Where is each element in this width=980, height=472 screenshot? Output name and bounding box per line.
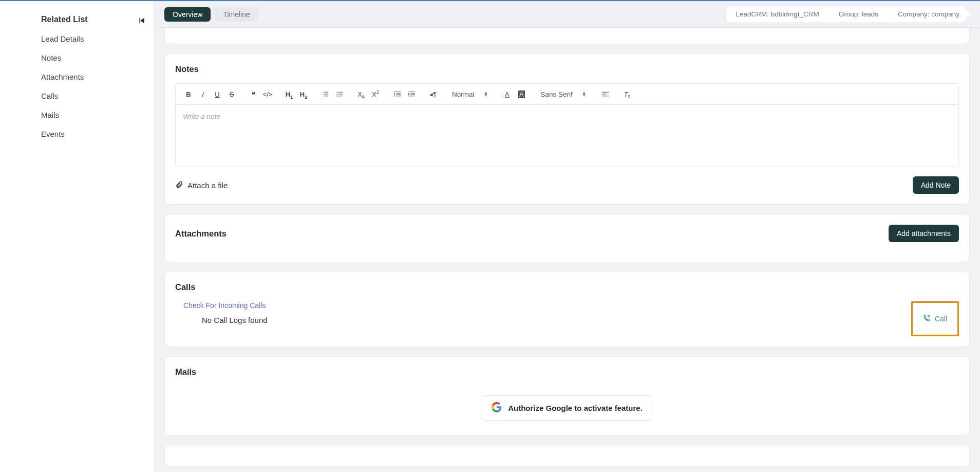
align-icon[interactable]	[599, 87, 612, 101]
sidebar-item-notes[interactable]: Notes	[0, 48, 154, 67]
attachments-card: Attachments Add attachments	[164, 214, 970, 262]
sidebar-item-label: Attachments	[41, 72, 84, 81]
calls-row: Check For Incoming Calls No Call Logs fo…	[175, 301, 959, 336]
sidebar: Related List Lead Details Notes Attachme…	[0, 1, 154, 472]
add-attachments-label: Add attachments	[897, 229, 951, 238]
outdent-icon[interactable]	[390, 87, 404, 101]
sidebar-item-label: Lead Details	[41, 34, 84, 43]
notes-title: Notes	[175, 64, 959, 74]
subscript-icon[interactable]: X2	[354, 87, 368, 101]
attach-file-button[interactable]: Attach a file	[175, 180, 228, 190]
calls-card: Calls Check For Incoming Calls No Call L…	[164, 271, 970, 347]
sidebar-item-events[interactable]: Events	[0, 124, 154, 143]
sidebar-title-label: Related List	[41, 15, 88, 24]
events-card-cutoff	[164, 445, 970, 466]
caret-icon: ▲▼	[484, 92, 488, 97]
unordered-list-icon[interactable]	[333, 87, 346, 101]
breadcrumb-company[interactable]: Company: company	[882, 6, 970, 22]
code-icon[interactable]: </>	[261, 87, 274, 101]
svg-rect-5	[338, 96, 342, 96]
sidebar-item-label: Events	[41, 130, 65, 138]
italic-icon[interactable]: I	[196, 87, 210, 101]
quote-icon[interactable]: ❝	[247, 87, 260, 101]
svg-rect-3	[338, 94, 342, 94]
authorize-google-button[interactable]: Authorize Google to activate feature.	[481, 395, 653, 421]
attachments-header: Attachments Add attachments	[175, 225, 959, 242]
editor-toolbar: B I U S ❝ </> H1 H2	[176, 84, 958, 105]
check-incoming-label: Check For Incoming Calls	[183, 301, 266, 310]
text-color-icon[interactable]: A	[500, 87, 514, 101]
note-textarea[interactable]: Write a note	[176, 105, 958, 167]
card-cutoff	[164, 28, 970, 44]
note-footer: Attach a file Add Note	[175, 176, 959, 194]
block-format-dropdown[interactable]: Normal ▲▼	[448, 90, 492, 98]
breadcrumb-label: Group: leads	[839, 10, 878, 18]
calls-title: Calls	[175, 282, 959, 292]
tab-overview[interactable]: Overview	[164, 7, 211, 22]
call-highlight-box: Call	[911, 301, 959, 336]
attachments-title: Attachments	[175, 229, 227, 239]
bg-color-icon[interactable]: A	[515, 87, 528, 101]
svg-point-0	[336, 92, 337, 93]
sidebar-title: Related List	[0, 12, 154, 29]
sidebar-item-lead-details[interactable]: Lead Details	[0, 29, 154, 48]
note-editor: B I U S ❝ </> H1 H2	[175, 83, 959, 167]
main: Overview Timeline LeadCRM: bdbldmgt_CRM …	[154, 1, 980, 472]
h1-icon[interactable]: H1	[282, 87, 296, 101]
mails-card: Mails Authorize Google to activate featu…	[164, 356, 970, 435]
breadcrumb-group[interactable]: Group: leads	[823, 6, 889, 22]
add-note-label: Add Note	[921, 181, 951, 189]
check-incoming-calls-link[interactable]: Check For Incoming Calls	[175, 301, 268, 310]
breadcrumbs: LeadCRM: bdbldmgt_CRM Group: leads Compa…	[727, 6, 970, 22]
call-button[interactable]: Call	[923, 314, 947, 323]
content-scroll[interactable]: Notes B I U S ❝ </> H1 H2	[154, 28, 980, 472]
underline-icon[interactable]: U	[211, 87, 224, 101]
google-icon	[492, 402, 502, 414]
notes-card: Notes B I U S ❝ </> H1 H2	[164, 53, 970, 205]
svg-point-2	[336, 94, 337, 95]
add-note-button[interactable]: Add Note	[913, 176, 959, 194]
tab-label: Overview	[173, 10, 202, 19]
calls-empty-text: No Call Logs found	[175, 310, 268, 324]
breadcrumb-crm[interactable]: LeadCRM: bdbldmgt_CRM	[727, 6, 830, 22]
sidebar-item-mails[interactable]: Mails	[0, 105, 154, 124]
sidebar-item-label: Calls	[41, 92, 58, 100]
superscript-icon[interactable]: X2	[369, 87, 382, 101]
svg-point-4	[336, 95, 337, 96]
sidebar-item-attachments[interactable]: Attachments	[0, 67, 154, 86]
tab-timeline[interactable]: Timeline	[215, 7, 258, 22]
block-format-label: Normal	[452, 90, 475, 98]
phone-icon	[923, 314, 931, 323]
breadcrumb-label: Company: company	[898, 10, 959, 18]
call-button-label: Call	[935, 315, 947, 323]
rtl-icon[interactable]: ◂¶	[426, 87, 440, 101]
bold-icon[interactable]: B	[182, 87, 195, 101]
mails-auth-row: Authorize Google to activate feature.	[175, 386, 959, 425]
add-attachments-button[interactable]: Add attachments	[889, 225, 959, 242]
tab-label: Timeline	[223, 10, 250, 19]
attach-file-label: Attach a file	[187, 181, 228, 190]
indent-icon[interactable]	[405, 87, 418, 101]
breadcrumb-label: LeadCRM: bdbldmgt_CRM	[736, 10, 819, 18]
strikethrough-icon[interactable]: S	[225, 87, 238, 101]
font-label: Sans Serif	[540, 90, 572, 98]
authorize-google-label: Authorize Google to activate feature.	[508, 404, 643, 412]
caret-icon: ▲▼	[582, 92, 587, 97]
sidebar-toggle-icon[interactable]	[139, 17, 145, 25]
h2-icon[interactable]: H2	[297, 87, 310, 101]
clear-format-icon[interactable]: Tx	[620, 87, 634, 101]
paperclip-icon	[175, 180, 183, 190]
font-dropdown[interactable]: Sans Serif ▲▼	[536, 90, 590, 98]
sidebar-item-calls[interactable]: Calls	[0, 86, 154, 105]
sidebar-item-label: Notes	[41, 53, 61, 62]
svg-rect-1	[338, 92, 342, 92]
ordered-list-icon[interactable]	[318, 87, 332, 101]
topbar: Overview Timeline LeadCRM: bdbldmgt_CRM …	[154, 1, 980, 28]
sidebar-item-label: Mails	[41, 111, 59, 119]
mails-title: Mails	[175, 367, 959, 377]
note-placeholder: Write a note	[183, 113, 220, 120]
